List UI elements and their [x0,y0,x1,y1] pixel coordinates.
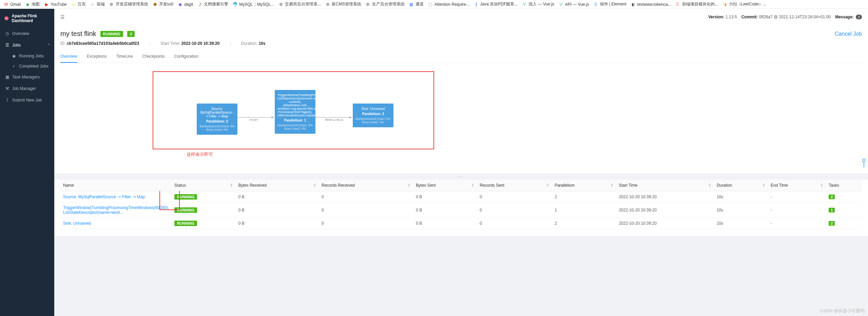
job-count-badge: 3 [127,31,135,37]
bookmark-item[interactable]: MGmail [1,1,23,8]
table-row[interactable]: Sink: Unnamed RUNNING 0 B 0 0 B 0 2 2022… [60,218,862,229]
bookmark-item[interactable]: ⬚Attention Require... [426,1,471,8]
side-handle-icon[interactable] [862,158,866,168]
tab-checkpoints[interactable]: Checkpoints [142,51,165,63]
bookmark-item[interactable]: ▭百页 [69,1,88,8]
col-start-time[interactable]: Start Time▲▼ [616,180,714,191]
bookmark-item[interactable]: ⚙开发店铺管理系统 [107,1,150,8]
col-name[interactable]: Name [60,180,172,191]
tab-timeline[interactable]: TimeLine [116,51,133,63]
bookmark-icon: ▦ [409,2,414,7]
nav-overview[interactable]: ◷Overview [0,28,54,39]
tab-configuration[interactable]: Configuration [174,51,198,63]
col-bytes-received[interactable]: Bytes Received▲▼ [236,180,319,191]
col-tasks[interactable]: Tasks [826,180,862,191]
bookmark-item[interactable]: 🐬MySQL :: MySQL... [230,1,276,8]
col-status[interactable]: Status▲▼ [172,180,236,191]
graph-node-sink[interactable]: Sink: Unnamed Parallelism: 2 Backpressur… [353,104,393,127]
graph-node-window[interactable]: TriggerWindow(TumblingProcessingTimeWind… [275,90,315,134]
job-status-badge: RUNNING [100,31,123,37]
play-circle-icon: ◉ [12,54,16,58]
col-bytes-sent[interactable]: Bytes Sent▲▼ [413,180,477,191]
resize-handle[interactable]: ⋯ [54,173,868,180]
col-records-sent[interactable]: Records Sent▲▼ [477,180,552,191]
bookmark-item[interactable]: ⚙交易所后台管理系... [276,1,323,8]
col-end-time[interactable]: End Time▲▼ [768,180,826,191]
bookmark-item[interactable]: ○前端 [88,1,107,8]
chevron-up-icon: ˄ [48,43,50,47]
bookmark-item[interactable]: C前端项目模块化的... [673,1,720,8]
vertex-name-link[interactable]: TriggerWindow(TumblingProcessingTimeWind… [63,205,169,215]
vertex-name-link[interactable]: Sink: Unnamed [63,221,91,226]
bookmark-label: Attention Require... [435,2,469,7]
bookmark-icon: J [474,2,479,7]
bookmark-label: 生产后台管理系统 [372,1,405,7]
bookmark-label: 地图 [32,1,40,7]
bookmark-label: API — Vue.js [565,2,589,7]
bookmark-label: 混入 — Vue.js [528,1,554,7]
bookmark-label: 开发店铺管理系统 [116,1,148,7]
bookmark-icon: M [3,2,9,7]
bookmark-label: 组件 | Element [600,1,626,7]
bookmark-item[interactable]: VAPI — Vue.js [556,1,591,8]
bookmark-icon: V [522,2,527,7]
job-tabs: Overview Exceptions TimeLine Checkpoints… [60,51,862,63]
nav-completed-jobs[interactable]: ✓Completed Jobs [10,61,54,71]
bookmark-item[interactable]: ▦通道 [407,1,426,8]
bookmark-item[interactable]: ◐testwww.tokenca... [629,1,673,8]
bookmark-item[interactable]: ▶YouTube [42,1,69,8]
vertex-name-link[interactable]: Source: MySqlParallelSource -> Filter ->… [63,194,145,199]
tasks-badge: 2 [829,194,835,199]
table-row[interactable]: TriggerWindow(TumblingProcessingTimeWind… [60,203,862,218]
bookmark-icon: ◆ [25,2,30,7]
graph-node-source[interactable]: Source: MySqlParallelSource -> Filter ->… [197,104,237,135]
nav-submit-job[interactable]: ⤴Submit New Job [0,94,54,106]
nav-task-managers[interactable]: ▦Task Managers [0,71,54,83]
graph-edge-2-label: REBALANCE [325,118,344,122]
graph-edge-1 [237,117,274,117]
col-parallelism[interactable]: Parallelism▲▼ [552,180,616,191]
bookmark-bar: MGmail◆地图▶YouTube▭百页○前端⚙开发店铺管理系统⬢开发ss0◉d… [0,0,868,9]
nav-jobs[interactable]: ☰Jobs˄ [0,39,54,51]
bookmark-item[interactable]: J文档搜索引擎 [195,1,230,8]
bookmark-item[interactable]: ◆地图 [23,1,42,8]
bookmark-item[interactable]: ◑力扣（LeetCode）... [720,1,768,8]
bookmark-icon: ▶ [44,2,49,7]
bookmark-item[interactable]: ⬢开发ss0 [150,1,176,8]
message-count-badge[interactable]: 0 [856,15,862,19]
version-info: Version: 1.13.5 Commit: 0ff28a7 @ 2021-1… [708,15,862,19]
bookmark-item[interactable]: E组件 | Element [591,1,629,8]
col-duration[interactable]: Duration▲▼ [714,180,768,191]
bookmark-icon: ◉ [177,2,183,7]
tasks-badge: 2 [829,221,835,226]
dashboard-icon: ◷ [5,31,9,36]
tab-overview[interactable]: Overview [60,51,77,63]
topbar: ☰ Version: 1.13.5 Commit: 0ff28a7 @ 2021… [54,9,868,25]
table-row[interactable]: Source: MySqlParallelSource -> Filter ->… [60,191,862,203]
bookmark-icon: 🐬 [232,2,238,7]
nav-running-jobs[interactable]: ◉Running Jobs [10,51,54,61]
vertex-table: Name Status▲▼ Bytes Received▲▼ Records R… [54,180,868,236]
col-records-received[interactable]: Records Received▲▼ [319,180,413,191]
bookmark-label: 文档搜索引擎 [204,1,228,7]
nav-job-manager[interactable]: ⚒Job Manager [0,83,54,94]
bookmark-label: 新CMS管理系统 [332,1,361,7]
bookmark-label: Java 添加PDF图章... [480,1,518,7]
tab-exceptions[interactable]: Exceptions [87,51,107,63]
bookmark-item[interactable]: ◉dagit [175,1,195,8]
bookmark-item[interactable]: ⚙生产后台管理系统 [363,1,407,8]
bookmark-item[interactable]: ⚙新CMS管理系统 [323,1,363,8]
graph-edge-1-label: HASH [249,118,258,122]
bookmark-icon: ⚙ [109,2,114,7]
bookmark-icon: ⬢ [152,2,158,7]
bookmark-label: 开发ss0 [159,1,174,7]
job-graph[interactable]: Source: MySqlParallelSource -> Filter ->… [61,75,861,170]
svg-point-0 [4,16,8,20]
bookmark-item[interactable]: V混入 — Vue.js [520,1,556,8]
cancel-job-button[interactable]: Cancel Job [835,31,862,37]
bookmark-label: 交易所后台管理系... [285,1,321,7]
bookmark-icon: ◑ [722,2,728,7]
sidebar: Apache Flink Dashboard ◷Overview ☰Jobs˄ … [0,9,54,316]
menu-toggle-icon[interactable]: ☰ [60,14,65,20]
bookmark-item[interactable]: JJava 添加PDF图章... [471,1,520,8]
